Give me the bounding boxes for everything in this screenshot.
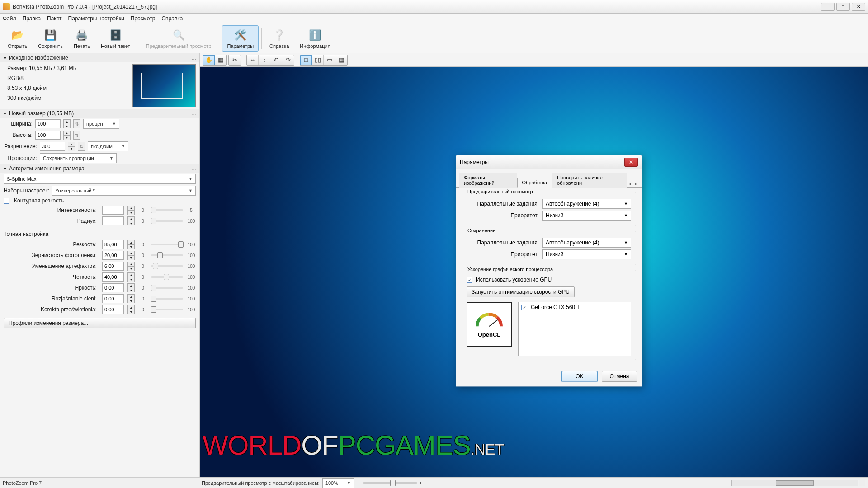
menu-batch[interactable]: Пакет	[47, 15, 61, 22]
highlight-input[interactable]	[102, 305, 124, 314]
preview-button[interactable]: 🔍 Предварительный просмотр	[141, 25, 217, 52]
width-input[interactable]	[35, 119, 61, 128]
menu-view[interactable]: Просмотр	[131, 15, 156, 22]
sharpness-spinner[interactable]: ▲▼	[127, 240, 135, 249]
preview-priority-select[interactable]: Низкий▼	[542, 211, 631, 221]
presets-select[interactable]: Универсальный *▼	[52, 186, 196, 196]
dialog-close-button[interactable]: ✕	[624, 158, 638, 167]
menu-settings[interactable]: Параметры настройки	[68, 15, 124, 22]
params-button[interactable]: 🛠️ Параметры	[222, 25, 259, 52]
new-size-header[interactable]: ▼ Новый размер (10,55 МБ) …	[0, 109, 199, 118]
horizontal-scrollbar[interactable]	[731, 480, 858, 486]
parallel-label: Параллельные задания:	[467, 201, 539, 207]
artifact-input[interactable]	[102, 262, 124, 271]
unit-select[interactable]: процент▼	[83, 119, 119, 129]
save-priority-select[interactable]: Низкий▼	[542, 249, 631, 259]
tools-icon: 🛠️	[233, 28, 248, 42]
thumbnail-preview[interactable]	[132, 64, 196, 107]
shadow-slider[interactable]	[151, 298, 183, 300]
height-input[interactable]	[35, 131, 61, 140]
pan-tool[interactable]: ✋	[203, 55, 215, 65]
zoom-slider[interactable]	[363, 482, 417, 484]
sharpness-slider[interactable]	[151, 244, 183, 245]
algorithm-header[interactable]: ▼ Алгоритм изменения размера …	[0, 164, 199, 173]
view-single-icon[interactable]: □	[300, 55, 312, 65]
minimize-button[interactable]: —	[821, 3, 835, 11]
marquee-tool[interactable]: ▦	[215, 55, 226, 65]
proportions-select[interactable]: Сохранить пропорции▼	[40, 153, 117, 163]
clarity-spinner[interactable]: ▲▼	[127, 272, 135, 282]
resolution-unit-select[interactable]: пкс/дюйм▼	[88, 141, 128, 151]
sharpness-input[interactable]	[102, 240, 124, 249]
clarity-slider[interactable]	[151, 276, 183, 278]
contour-checkbox[interactable]	[4, 198, 9, 204]
link-dimensions-icon[interactable]: ⇅	[73, 119, 80, 128]
width-spinner[interactable]: ▲▼	[63, 119, 71, 128]
algorithm-select[interactable]: S-Spline Max▼	[4, 174, 196, 184]
artifact-slider[interactable]	[151, 265, 183, 267]
resize-profiles-button[interactable]: Профили изменения размера...	[4, 318, 196, 328]
rotate-ccw-icon[interactable]: ↶	[270, 55, 282, 65]
new-batch-button[interactable]: 🗄️ Новый пакет	[96, 25, 135, 52]
flip-h-icon[interactable]: ↔	[247, 55, 259, 65]
close-button[interactable]: ✕	[852, 3, 865, 11]
link-dimensions-icon[interactable]: ⇅	[73, 131, 80, 140]
grain-spinner[interactable]: ▲▼	[127, 251, 135, 260]
crop-tool[interactable]: ✂	[229, 55, 241, 65]
source-image-label: Исходное изображение	[9, 55, 68, 61]
ok-button[interactable]: OK	[562, 371, 597, 382]
more-icon[interactable]: …	[191, 110, 197, 117]
view-split-h-icon[interactable]: ▯▯	[312, 55, 324, 65]
preview-parallel-select[interactable]: Автообнаружение (4)▼	[542, 199, 631, 209]
tab-nav-right[interactable]: ▸	[633, 180, 639, 187]
height-spinner[interactable]: ▲▼	[63, 131, 71, 140]
help-button[interactable]: ❔ Справка	[264, 25, 294, 52]
highlight-slider[interactable]	[151, 309, 183, 310]
open-button[interactable]: 📂 Открыть	[3, 25, 32, 52]
save-button[interactable]: 💾 Сохранить	[33, 25, 68, 52]
brightness-spinner[interactable]: ▲▼	[127, 283, 135, 292]
tab-updates[interactable]: Проверить наличие обновлени	[552, 173, 627, 188]
resolution-spinner[interactable]: ▲▼	[68, 142, 75, 151]
menu-file[interactable]: Файл	[3, 15, 16, 22]
more-icon[interactable]: …	[191, 165, 197, 172]
artifact-spinner[interactable]: ▲▼	[127, 262, 135, 271]
grain-slider[interactable]	[151, 254, 183, 256]
brightness-input[interactable]	[102, 283, 124, 292]
gpu-checkbox[interactable]: ✓	[467, 277, 472, 283]
link-resolution-icon[interactable]: ⇅	[78, 142, 85, 151]
grain-input[interactable]	[102, 251, 124, 260]
info-button[interactable]: ℹ️ Информация	[295, 25, 335, 52]
batch-icon: 🗄️	[108, 28, 123, 42]
maximize-button[interactable]: □	[836, 3, 850, 11]
save-parallel-select[interactable]: Автообнаружение (4)▼	[542, 238, 631, 248]
dialog-titlebar[interactable]: Параметры ✕	[456, 155, 642, 169]
view-grid-icon[interactable]: ▦	[335, 55, 347, 65]
gpu-list[interactable]: ✓ GeForce GTX 560 Ti	[518, 302, 631, 356]
menu-edit[interactable]: Правка	[23, 15, 41, 22]
shadow-input[interactable]	[102, 294, 124, 303]
left-panel: ▼ Исходное изображение … Размер: 10,55 М…	[0, 53, 200, 477]
image-canvas[interactable]: Параметры ✕ Форматы изображений Обработк…	[200, 67, 868, 477]
cancel-button[interactable]: Отмена	[602, 371, 637, 382]
more-icon[interactable]: …	[191, 55, 197, 61]
brightness-slider[interactable]	[151, 287, 183, 289]
view-split-v-icon[interactable]: ▭	[324, 55, 335, 65]
print-button[interactable]: 🖨️ Печать	[69, 25, 95, 52]
zoom-in-icon[interactable]: +	[417, 480, 424, 486]
zoom-out-icon[interactable]: −	[357, 480, 363, 486]
gpu-device-checkbox[interactable]: ✓	[521, 305, 527, 310]
rotate-cw-icon[interactable]: ↷	[282, 55, 294, 65]
gpu-optimize-button[interactable]: Запустить оптимизацию скорости GPU	[467, 286, 575, 297]
clarity-input[interactable]	[102, 272, 124, 282]
shadow-spinner[interactable]: ▲▼	[127, 294, 135, 303]
highlight-spinner[interactable]: ▲▼	[127, 305, 135, 314]
tab-image-formats[interactable]: Форматы изображений	[459, 173, 517, 188]
tab-nav-left[interactable]: ◂	[627, 180, 633, 187]
resolution-input[interactable]	[40, 142, 65, 151]
tab-processing[interactable]: Обработка	[517, 178, 552, 188]
zoom-select[interactable]: 100%▼	[322, 478, 354, 488]
menu-help[interactable]: Справка	[161, 15, 183, 22]
source-image-header[interactable]: ▼ Исходное изображение …	[0, 53, 199, 62]
flip-v-icon[interactable]: ↕	[259, 55, 270, 65]
